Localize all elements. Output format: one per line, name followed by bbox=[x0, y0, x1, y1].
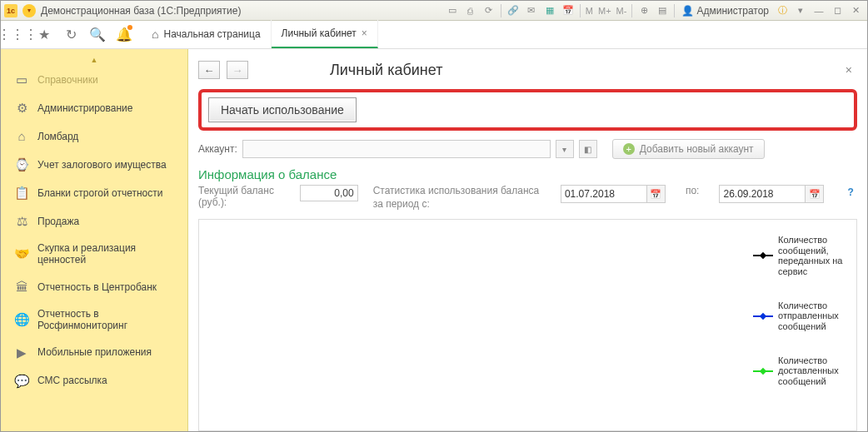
highlight-frame: Начать использование bbox=[198, 89, 857, 131]
handshake-icon: 🤝 bbox=[14, 246, 29, 261]
sidebar-item-lombard[interactable]: ⌂ Ломбард bbox=[1, 122, 187, 151]
sidebar-item-label: Учет залогового имущества bbox=[37, 159, 167, 171]
search-icon[interactable]: 🔍 bbox=[84, 21, 111, 49]
legend-marker-green bbox=[753, 370, 773, 372]
add-account-label: Добавить новый аккаунт bbox=[640, 143, 754, 155]
nav-forward-button[interactable]: → bbox=[227, 61, 248, 79]
reload-icon[interactable]: ⟳ bbox=[481, 3, 497, 18]
print-icon[interactable]: ⎙ bbox=[462, 3, 479, 18]
tab-home[interactable]: ⌂ Начальная страница bbox=[142, 20, 272, 48]
balance-section-title: Информация о балансе bbox=[198, 167, 857, 181]
clipboard-icon: 📋 bbox=[14, 186, 29, 201]
history-icon[interactable]: ↻ bbox=[57, 21, 84, 49]
legend-item-3: Количество доставленных сообщений bbox=[753, 355, 851, 387]
date-from-input[interactable] bbox=[561, 185, 647, 203]
current-balance-value[interactable] bbox=[300, 185, 358, 201]
tab-active-label: Личный кабинет bbox=[282, 27, 357, 39]
calendar-icon[interactable]: 📅 bbox=[560, 3, 576, 18]
legend-label: Количество сообщений, переданных на серв… bbox=[778, 235, 851, 277]
star-icon[interactable]: ★ bbox=[31, 21, 57, 49]
sidebar-item-label: Мобильные приложения bbox=[37, 346, 152, 358]
sidebar-item-mobile[interactable]: ▶ Мобильные приложения bbox=[1, 339, 187, 367]
tab-personal-cabinet[interactable]: Личный кабинет × bbox=[272, 20, 378, 48]
app-window: 1c ▾ Демонстрационная база (1С:Предприят… bbox=[0, 0, 868, 432]
dropdown-icon[interactable]: ▾ bbox=[792, 3, 809, 18]
mplus-button[interactable]: M+ bbox=[596, 3, 613, 18]
help-button[interactable]: ? bbox=[844, 185, 857, 200]
balance-row: Текущий баланс (руб.): Статистика исполь… bbox=[198, 185, 857, 211]
sidebar-item-collateral[interactable]: ⌚ Учет залогового имущества bbox=[1, 151, 187, 179]
sidebar-item-label: Скупка и реализация ценностей bbox=[37, 242, 177, 266]
account-label: Аккаунт: bbox=[198, 143, 237, 155]
date-from-picker-icon[interactable]: 📅 bbox=[647, 185, 666, 203]
maximize-button[interactable]: ◻ bbox=[829, 3, 846, 18]
start-usage-button[interactable]: Начать использование bbox=[208, 97, 357, 122]
date-to-input[interactable] bbox=[719, 185, 806, 203]
sidebar-scroll-up[interactable]: ▲ bbox=[1, 56, 187, 66]
page-title: Личный кабинет bbox=[330, 62, 442, 79]
sidebar-item-forms[interactable]: 📋 Бланки строгой отчетности bbox=[1, 179, 187, 207]
mminus-button[interactable]: M- bbox=[615, 3, 629, 18]
watch-icon: ⌚ bbox=[14, 157, 29, 172]
titlebar-icons: ▭ ⎙ ⟳ 🔗 ✉ ▦ 📅 M M+ M- ⊕ ▤ 👤 Администрато… bbox=[444, 3, 864, 18]
nav-back-button[interactable]: ← bbox=[198, 61, 220, 79]
sidebar-item-directories[interactable]: ▭ Справочники bbox=[1, 66, 187, 94]
house-icon: ⌂ bbox=[14, 129, 29, 144]
save-icon[interactable]: ▭ bbox=[444, 3, 461, 18]
link-icon[interactable]: 🔗 bbox=[505, 3, 521, 18]
globe-icon: 🌐 bbox=[14, 312, 29, 327]
sidebar-item-label: Отчетность в Росфинмониторинг bbox=[37, 308, 177, 332]
po-label: по: bbox=[681, 185, 705, 196]
chart-area: Количество сообщений, переданных на серв… bbox=[198, 219, 857, 431]
scale-icon: ⚖ bbox=[14, 214, 29, 229]
plus-icon: + bbox=[623, 143, 635, 155]
chart-legend: Количество сообщений, переданных на серв… bbox=[748, 220, 856, 430]
user-icon: 👤 bbox=[681, 5, 694, 17]
sidebar-item-admin[interactable]: ⚙ Администрирование bbox=[1, 94, 187, 122]
sidebar-item-sms[interactable]: 💬 СМС рассылка bbox=[1, 367, 187, 395]
account-input[interactable] bbox=[242, 140, 551, 158]
minimize-button[interactable]: — bbox=[811, 3, 827, 18]
sidebar-item-rosfin[interactable]: 🌐 Отчетность в Росфинмониторинг bbox=[1, 301, 187, 339]
close-window-button[interactable]: ✕ bbox=[847, 3, 864, 18]
legend-label: Количество отправленных сообщений bbox=[778, 300, 851, 332]
stats-label: Статистика использования баланса за пери… bbox=[373, 185, 546, 211]
bank-icon: 🏛 bbox=[14, 280, 29, 295]
grid-icon[interactable]: ▤ bbox=[654, 3, 671, 18]
gear-icon: ⚙ bbox=[14, 101, 29, 116]
bell-icon[interactable]: 🔔 bbox=[111, 21, 137, 49]
window-title: Демонстрационная база (1С:Предприятие) bbox=[41, 5, 241, 17]
legend-label: Количество доставленных сообщений bbox=[778, 355, 851, 387]
home-icon: ⌂ bbox=[152, 27, 158, 41]
body: ▲ ▭ Справочники ⚙ Администрирование ⌂ Ло… bbox=[1, 49, 867, 431]
sidebar-item-centrobank[interactable]: 🏛 Отчетность в Центробанк bbox=[1, 273, 187, 301]
app-menu-dropdown[interactable]: ▾ bbox=[22, 4, 36, 17]
apps-icon[interactable]: ⋮⋮⋮ bbox=[4, 21, 31, 49]
chat-icon: 💬 bbox=[14, 374, 29, 389]
sidebar-item-label: Ломбард bbox=[37, 131, 78, 142]
envelope-icon[interactable]: ✉ bbox=[523, 3, 540, 18]
account-open-button[interactable]: ◧ bbox=[579, 140, 597, 158]
date-to-picker-icon[interactable]: 📅 bbox=[806, 185, 824, 203]
account-dropdown-button[interactable]: ▾ bbox=[556, 140, 574, 158]
sidebar-item-sale[interactable]: ⚖ Продажа bbox=[1, 207, 187, 236]
user-name: Администратор bbox=[696, 5, 769, 17]
calc-icon[interactable]: ▦ bbox=[541, 3, 558, 18]
page-close-button[interactable]: × bbox=[841, 63, 857, 77]
sidebar-item-label: Отчетность в Центробанк bbox=[37, 281, 157, 293]
tab-close-icon[interactable]: × bbox=[362, 27, 367, 39]
m-button[interactable]: M bbox=[584, 3, 595, 18]
main-toolbar: ⋮⋮⋮ ★ ↻ 🔍 🔔 ⌂ Начальная страница Личный … bbox=[1, 21, 867, 49]
add-account-button[interactable]: + Добавить новый аккаунт bbox=[612, 139, 765, 159]
folder-icon: ▭ bbox=[14, 72, 29, 87]
legend-item-1: Количество сообщений, переданных на серв… bbox=[753, 235, 851, 277]
toolbar-icons: ⋮⋮⋮ ★ ↻ 🔍 🔔 bbox=[1, 21, 142, 48]
info-icon[interactable]: ⓘ bbox=[774, 3, 791, 18]
current-user[interactable]: 👤 Администратор bbox=[678, 5, 772, 17]
tab-home-label: Начальная страница bbox=[163, 28, 260, 40]
legend-item-2: Количество отправленных сообщений bbox=[753, 300, 851, 332]
sidebar-item-label: Продажа bbox=[37, 216, 79, 227]
zoom-icon[interactable]: ⊕ bbox=[636, 3, 652, 18]
sidebar-item-buying[interactable]: 🤝 Скупка и реализация ценностей bbox=[1, 236, 187, 273]
page-header: ← → Личный кабинет × bbox=[198, 56, 857, 84]
